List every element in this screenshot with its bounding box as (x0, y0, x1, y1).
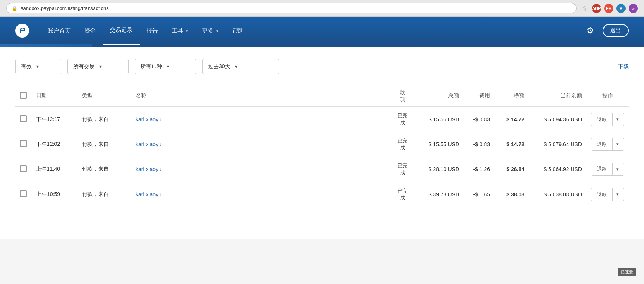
row-status-text-2: 已完成 (398, 163, 407, 175)
row-balance-0: $ 5,094.36 USD (529, 107, 586, 132)
row-name-2[interactable]: karl xiaoyu (131, 157, 391, 182)
row-action-group-0: 退款 ▾ (591, 113, 624, 126)
row-action-group-1: 退款 ▾ (591, 138, 624, 151)
paypal-logo[interactable]: P (15, 24, 29, 38)
row-name-0[interactable]: karl xiaoyu (131, 107, 391, 132)
th-checkbox (15, 85, 31, 107)
filter-status[interactable]: 有效 ▾ (15, 59, 61, 74)
row-fee-2: -$ 1.26 (464, 157, 495, 182)
row-net-1: $ 14.72 (495, 132, 529, 157)
nav-item-transactions[interactable]: 交易记录 (103, 16, 140, 45)
filter-currency-caret: ▾ (167, 64, 169, 69)
row-action-btn-3[interactable]: 退款 (591, 188, 613, 201)
table-row: 下午12:17 付款，来自 karl xiaoyu 已完成 $ 15.55 US… (15, 107, 629, 132)
row-status-text-0: 已完成 (398, 113, 407, 125)
row-name-link-3[interactable]: karl xiaoyu (136, 191, 161, 197)
th-status-line2: 项 (400, 96, 405, 103)
row-date-3: 上午10:59 (31, 182, 77, 207)
table-header-row: 日期 类型 名称 款 项 总额 费用 净额 当前余额 操作 (15, 85, 629, 107)
settings-button[interactable]: ⚙ (584, 23, 596, 38)
th-type: 类型 (77, 85, 131, 107)
row-checkbox-2[interactable] (20, 165, 27, 172)
row-date-0: 下午12:17 (31, 107, 77, 132)
row-checkbox-3[interactable] (20, 190, 27, 197)
logout-button[interactable]: 退出 (603, 24, 629, 37)
row-fee-0: -$ 0.83 (464, 107, 495, 132)
row-fee-1: -$ 0.83 (464, 132, 495, 157)
row-date-2: 上午11:40 (31, 157, 77, 182)
row-action-btn-2[interactable]: 退款 (591, 163, 613, 175)
row-name-3[interactable]: karl xiaoyu (131, 182, 391, 207)
row-name-link-1[interactable]: karl xiaoyu (136, 141, 161, 147)
row-status-text-3: 已完成 (398, 188, 407, 201)
filter-currency-label: 所有币种 (141, 63, 162, 70)
nav-item-home[interactable]: 账户首页 (41, 17, 77, 44)
th-date: 日期 (31, 85, 77, 107)
row-balance-1: $ 5,079.64 USD (529, 132, 586, 157)
ext-v[interactable]: V (616, 4, 626, 13)
row-action-caret-1[interactable]: ▾ (613, 139, 623, 149)
more-caret: ▾ (215, 29, 219, 33)
row-total-2: $ 28.10 USD (414, 157, 464, 182)
row-balance-3: $ 5,038.08 USD (529, 182, 586, 207)
nav-item-help[interactable]: 帮助 (225, 17, 251, 44)
nav-item-more[interactable]: 更多 ▾ (195, 17, 225, 44)
transactions-table: 日期 类型 名称 款 项 总额 费用 净额 当前余额 操作 下午12:17 (15, 85, 629, 207)
filter-period-label: 过去30天 (208, 63, 230, 70)
download-link[interactable]: 下载 (618, 63, 629, 70)
th-balance: 当前余额 (529, 85, 586, 107)
filter-status-caret: ▾ (36, 64, 39, 69)
tools-caret: ▾ (185, 29, 188, 33)
table-body: 下午12:17 付款，来自 karl xiaoyu 已完成 $ 15.55 US… (15, 107, 629, 207)
row-total-3: $ 39.73 USD (414, 182, 464, 207)
row-action-group-2: 退款 ▾ (591, 163, 624, 176)
filter-bar: 有效 ▾ 所有交易 ▾ 所有币种 ▾ 过去30天 ▾ 下载 (15, 59, 629, 74)
th-action: 操作 (586, 85, 629, 107)
row-action-btn-0[interactable]: 退款 (591, 113, 613, 126)
row-fee-3: -$ 1.65 (464, 182, 495, 207)
ext-co[interactable]: ∞ (629, 4, 638, 13)
row-action-caret-0[interactable]: ▾ (613, 114, 623, 124)
row-total-0: $ 15.55 USD (414, 107, 464, 132)
filter-currency[interactable]: 所有币种 ▾ (135, 59, 196, 74)
sub-nav-bar (0, 44, 644, 47)
row-action-0: 退款 ▾ (586, 107, 629, 132)
row-action-caret-2[interactable]: ▾ (613, 164, 623, 175)
nav-item-reports[interactable]: 报告 (140, 17, 165, 44)
row-balance-2: $ 5,064.92 USD (529, 157, 586, 182)
row-action-btn-1[interactable]: 退款 (591, 138, 613, 150)
nav-links: 账户首页 资金 交易记录 报告 工具 ▾ 更多 ▾ 帮助 (41, 16, 584, 45)
table-row: 下午12:02 付款，来自 karl xiaoyu 已完成 $ 15.55 US… (15, 132, 629, 157)
browser-extensions: ABP FE V ∞ (592, 4, 638, 13)
row-checkbox-1[interactable] (20, 140, 27, 147)
nav-right: ⚙ 退出 (584, 23, 629, 38)
filter-period[interactable]: 过去30天 ▾ (202, 59, 279, 74)
filter-status-label: 有效 (21, 63, 32, 70)
nav-item-tools[interactable]: 工具 ▾ (165, 17, 195, 44)
row-checkbox-cell (15, 182, 31, 207)
row-checkbox-0[interactable] (20, 115, 27, 122)
table-row: 上午11:40 付款，来自 karl xiaoyu 已完成 $ 28.10 US… (15, 157, 629, 182)
row-action-caret-3[interactable]: ▾ (613, 189, 623, 199)
row-name-1[interactable]: karl xiaoyu (131, 132, 391, 157)
nav-item-funds[interactable]: 资金 (77, 17, 103, 44)
row-net-3: $ 38.08 (495, 182, 529, 207)
url-bar[interactable]: 🔒 sandbox.paypal.com/listing/transaction… (6, 3, 577, 13)
ext-fb[interactable]: FE (604, 4, 613, 13)
row-name-link-0[interactable]: karl xiaoyu (136, 116, 161, 122)
browser-chrome: 🔒 sandbox.paypal.com/listing/transaction… (0, 0, 644, 17)
row-type-0: 付款，来自 (77, 107, 131, 132)
row-checkbox-cell (15, 132, 31, 157)
th-name: 名称 (131, 85, 391, 107)
filter-type[interactable]: 所有交易 ▾ (67, 59, 129, 74)
paypal-nav: P 账户首页 资金 交易记录 报告 工具 ▾ 更多 ▾ 帮助 ⚙ 退出 (0, 17, 644, 44)
ext-abp[interactable]: ABP (592, 4, 601, 13)
row-type-2: 付款，来自 (77, 157, 131, 182)
row-action-2: 退款 ▾ (586, 157, 629, 182)
select-all-checkbox[interactable] (20, 92, 27, 99)
th-fee: 费用 (464, 85, 495, 107)
row-net-0: $ 14.72 (495, 107, 529, 132)
row-name-link-2[interactable]: karl xiaoyu (136, 166, 161, 172)
row-status-text-1: 已完成 (398, 138, 407, 150)
bookmark-icon[interactable]: ☆ (581, 4, 587, 13)
